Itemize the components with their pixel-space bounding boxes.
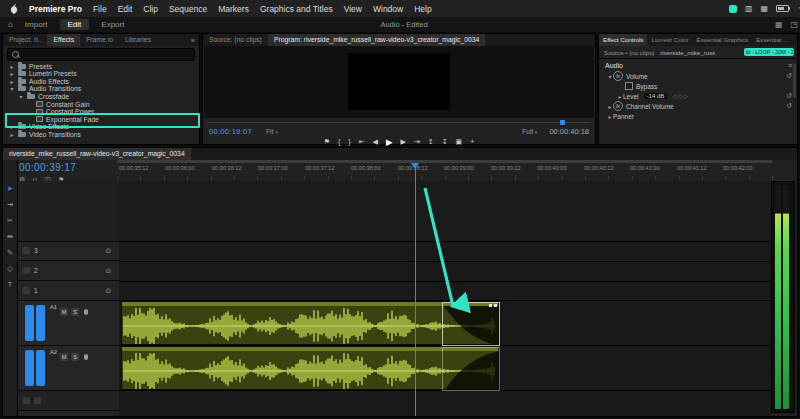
timeline-timecode[interactable]: 00:00:39:17 (19, 162, 76, 173)
bypass-checkbox[interactable] (625, 82, 633, 90)
clip-badge[interactable]: bl - LOOP - 20M - 24mon (744, 48, 794, 56)
track-header-v3[interactable]: 3 ⊙ (18, 241, 119, 261)
param-panner[interactable]: ▸ Panner (599, 111, 797, 121)
tab-essential-sound[interactable]: Essential Sound (752, 34, 797, 46)
zoom-level-dropdown[interactable]: Fit ▾ (266, 128, 278, 135)
pen-tool-icon[interactable]: ✎ (7, 248, 13, 257)
monitor-scrub-bar[interactable] (207, 120, 591, 125)
audio-clip-a1[interactable] (121, 301, 499, 345)
menu-help[interactable]: Help (414, 4, 431, 14)
sync-lock-icon[interactable] (23, 267, 30, 274)
master-meter-icon[interactable] (23, 397, 30, 404)
level-value[interactable]: -14 dB (644, 93, 668, 99)
play-button[interactable]: ▶ (386, 137, 393, 147)
solo-button[interactable]: S (71, 308, 79, 316)
go-to-in-button[interactable]: ⇤ (359, 137, 365, 147)
tab-effect-controls[interactable]: Effect Controls (599, 34, 647, 46)
app-status-icon[interactable] (729, 5, 737, 13)
app-name[interactable]: Premiere Pro (29, 4, 82, 14)
extract-button[interactable]: ↧ (442, 137, 448, 147)
export-frame-button[interactable]: ▣ (456, 137, 463, 147)
tab-effects[interactable]: Effects (47, 34, 80, 46)
tab-export[interactable]: Export (93, 19, 132, 30)
menu-file[interactable]: File (93, 4, 107, 14)
toggle-track-output-icon[interactable]: ⊙ (105, 247, 111, 255)
track-select-tool-icon[interactable]: ⇥ (7, 200, 13, 209)
sync-lock-icon[interactable] (23, 287, 30, 294)
playhead-caret[interactable] (411, 163, 419, 169)
video-frame[interactable] (348, 53, 450, 110)
exponential-fade-transition[interactable] (442, 302, 500, 346)
timeline-ruler[interactable]: 00:00:35:12 00:00:36:00 00:00:36:12 00:0… (117, 163, 773, 180)
track-header-master[interactable] (18, 391, 119, 411)
reset-icon[interactable]: ↺ (786, 92, 792, 100)
menu-edit[interactable]: Edit (118, 4, 133, 14)
hand-tool-icon[interactable]: ◇ (7, 264, 13, 273)
type-tool-icon[interactable]: T (8, 280, 13, 289)
reset-icon[interactable]: ↺ (786, 102, 792, 110)
track-header-v2[interactable]: 2 ⊙ (18, 261, 119, 281)
track-header-a1[interactable]: A1 M S (18, 301, 119, 346)
menu-sequence[interactable]: Sequence (169, 4, 207, 14)
menu-clip[interactable]: Clip (143, 4, 158, 14)
step-forward-button[interactable]: ▶ (401, 137, 406, 147)
track-header-a2[interactable]: A2 M S (18, 346, 119, 391)
tab-edit[interactable]: Edit (60, 19, 90, 30)
tab-import[interactable]: Import (17, 19, 56, 30)
sync-lock-icon[interactable] (23, 247, 30, 254)
twirl-icon[interactable]: ▸ (9, 78, 15, 85)
twirl-icon[interactable]: ▾ (9, 85, 15, 92)
mute-button[interactable]: M (60, 308, 68, 316)
mark-out-button[interactable]: } (348, 137, 350, 147)
clip-name[interactable]: riverside_mike_russ (660, 49, 715, 56)
section-menu-icon[interactable]: ≡ (788, 62, 792, 69)
tab-lumetri-color[interactable]: Lumetri Color (647, 34, 692, 46)
current-timecode[interactable]: 00:00:19:07 (209, 127, 252, 136)
tab-project[interactable]: Project: ri.. (3, 34, 47, 46)
track-content-area[interactable] (119, 181, 771, 416)
menu-graphics-titles[interactable]: Graphics and Titles (260, 4, 333, 14)
display-icon[interactable]: ▥ (745, 4, 753, 13)
param-volume[interactable]: ▾ fx Volume ↺ (599, 71, 797, 81)
go-to-out-button[interactable]: ⇥ (414, 137, 420, 147)
keyframe-nav[interactable]: ◁ ◇ ▷ (672, 93, 688, 99)
tab-program-monitor[interactable]: Program: riverside_mike_russell_raw-vide… (268, 34, 486, 46)
twirl-icon[interactable]: ▾ (18, 93, 24, 100)
tab-source-monitor[interactable]: Source: (no clips) (203, 34, 268, 46)
transition-handle-icon[interactable] (494, 304, 497, 307)
audio-clip-a2[interactable] (121, 346, 499, 390)
menu-view[interactable]: View (344, 4, 362, 14)
mark-in-button[interactable]: { (338, 137, 340, 147)
razor-tool-icon[interactable]: ✂ (7, 216, 13, 225)
tab-essential-graphics[interactable]: Essential Graphics (693, 34, 753, 46)
menu-window[interactable]: Window (373, 4, 403, 14)
twirl-icon[interactable]: ▸ (9, 70, 15, 77)
apple-icon[interactable] (10, 4, 18, 14)
tree-item-video-transitions[interactable]: ▸Video Transitions (3, 130, 197, 138)
lift-button[interactable]: ↥ (428, 137, 434, 147)
master-mute-icon[interactable] (34, 397, 41, 404)
scrollbar[interactable] (793, 64, 796, 98)
effects-search-input[interactable] (7, 48, 195, 61)
selection-tool-icon[interactable]: ➤ (7, 184, 13, 193)
home-icon[interactable]: ⌂ (8, 20, 13, 29)
workspaces-icon[interactable]: ▦ (775, 20, 783, 29)
tab-libraries[interactable]: Libraries (119, 34, 157, 46)
param-bypass[interactable]: Bypass (599, 81, 797, 91)
track-target-a2[interactable] (36, 350, 45, 386)
maximize-icon[interactable]: ◳ (790, 20, 798, 29)
add-marker-button[interactable]: ⚑ (324, 137, 330, 147)
tab-frameio[interactable]: Frame.io (80, 34, 119, 46)
source-patch-a1[interactable] (25, 305, 34, 341)
solo-button[interactable]: S (71, 353, 79, 361)
track-header-v1[interactable]: 1 ⊙ (18, 281, 119, 301)
twirl-icon[interactable]: ▸ (9, 63, 15, 70)
param-channel-volume[interactable]: ▸ fx Channel Volume ↺ (599, 101, 797, 111)
voiceover-record-icon[interactable] (84, 354, 88, 360)
playback-resolution-dropdown[interactable]: Full ▾ (522, 128, 537, 135)
voiceover-record-icon[interactable] (84, 309, 88, 315)
tab-sequence[interactable]: riverside_mike_russell_raw-video-v3_crea… (3, 148, 191, 160)
reset-icon[interactable]: ↺ (786, 72, 792, 80)
twirl-icon[interactable]: ▸ (9, 123, 15, 130)
source-patch-a2[interactable] (25, 350, 34, 386)
